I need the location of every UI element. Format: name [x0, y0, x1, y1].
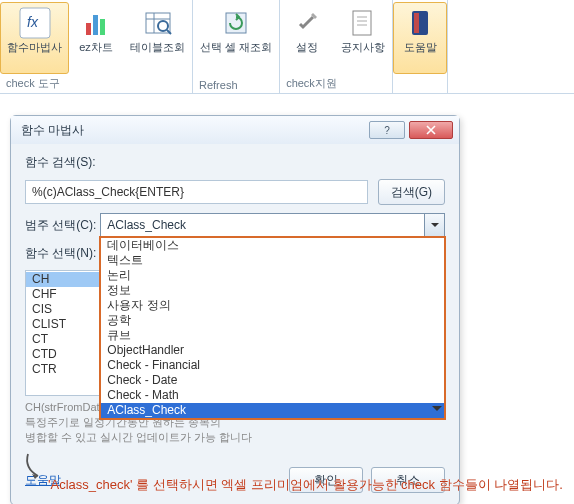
- ribbon-선택셀재조회-button[interactable]: 선택 셀 재조회: [193, 2, 279, 74]
- ribbon-group-label: check 도구: [0, 74, 192, 93]
- function-label: 함수 선택(N):: [25, 245, 96, 262]
- ribbon-group: fx함수마법사ez차트테이블조회check 도구: [0, 0, 193, 93]
- 테이블조회-icon: [142, 7, 174, 39]
- ribbon-group-label: Refresh: [193, 77, 279, 93]
- ribbon-group-label: check지원: [280, 74, 392, 93]
- category-dropdown: 데이터베이스텍스트논리정보사용자 정의공학큐브ObjectHandlerChec…: [99, 236, 446, 420]
- category-option[interactable]: 정보: [101, 283, 444, 298]
- ribbon-button-label: 공지사항: [341, 41, 385, 54]
- search-input[interactable]: [25, 180, 368, 204]
- 함수마법사-icon: fx: [19, 7, 51, 39]
- function-wizard-dialog: 함수 마법사 ? 함수 검색(S): 검색(G) 범주 선택(C): AClas…: [10, 115, 460, 504]
- 설정-icon: [291, 7, 323, 39]
- ribbon-button-label: ez차트: [79, 41, 113, 54]
- category-label: 범주 선택(C):: [25, 217, 96, 234]
- annotation-text: 'Aclass_check' 를 선택하시면 엑셀 프리미엄에서 활용가능한 c…: [48, 476, 563, 494]
- ribbon-button-label: 선택 셀 재조회: [200, 41, 272, 54]
- category-option[interactable]: Check - Date: [101, 373, 444, 388]
- dropdown-scroll-icon: [432, 406, 442, 416]
- svg-text:fx: fx: [27, 14, 39, 30]
- svg-rect-16: [414, 13, 419, 33]
- close-window-button[interactable]: [409, 121, 453, 139]
- titlebar: 함수 마법사 ?: [11, 116, 459, 144]
- close-icon: [426, 125, 436, 135]
- dialog-title: 함수 마법사: [21, 122, 365, 139]
- ribbon-button-label: 함수마법사: [7, 41, 62, 54]
- ribbon-도움말-button[interactable]: 도움말: [393, 2, 447, 74]
- category-option[interactable]: Check - Math: [101, 388, 444, 403]
- category-option[interactable]: 데이터베이스: [101, 238, 444, 253]
- ez차트-icon: [80, 7, 112, 39]
- ribbon: fx함수마법사ez차트테이블조회check 도구선택 셀 재조회Refresh설…: [0, 0, 574, 94]
- category-option[interactable]: Check - Financial: [101, 358, 444, 373]
- ribbon-공지사항-button[interactable]: 공지사항: [334, 2, 392, 74]
- ribbon-함수마법사-button[interactable]: fx함수마법사: [0, 2, 69, 74]
- 도움말-icon: [404, 7, 436, 39]
- category-option[interactable]: 사용자 정의: [101, 298, 444, 313]
- svg-rect-4: [100, 19, 105, 35]
- category-option[interactable]: 큐브: [101, 328, 444, 343]
- category-option[interactable]: 공학: [101, 313, 444, 328]
- 선택셀재조회-icon: [220, 7, 252, 39]
- svg-rect-3: [93, 15, 98, 35]
- dialog-body: 함수 검색(S): 검색(G) 범주 선택(C): AClass_Check 데…: [11, 144, 459, 504]
- category-option[interactable]: AClass_Check: [101, 403, 444, 418]
- category-option[interactable]: ObjectHandler: [101, 343, 444, 358]
- 공지사항-icon: [347, 7, 379, 39]
- search-label: 함수 검색(S):: [25, 154, 96, 171]
- chevron-down-icon[interactable]: [424, 214, 444, 236]
- search-button[interactable]: 검색(G): [378, 179, 445, 205]
- ribbon-group: 선택 셀 재조회Refresh: [193, 0, 280, 93]
- ribbon-group: 도움말: [393, 0, 448, 93]
- ribbon-button-label: 도움말: [404, 41, 437, 54]
- ribbon-설정-button[interactable]: 설정: [280, 2, 334, 74]
- svg-rect-11: [353, 11, 371, 35]
- ribbon-ez차트-button[interactable]: ez차트: [69, 2, 123, 74]
- category-combo[interactable]: AClass_Check 데이터베이스텍스트논리정보사용자 정의공학큐브Obje…: [100, 213, 445, 237]
- category-option[interactable]: 논리: [101, 268, 444, 283]
- ribbon-button-label: 테이블조회: [130, 41, 185, 54]
- ribbon-group-label: [393, 89, 447, 93]
- ribbon-button-label: 설정: [296, 41, 318, 54]
- category-value: AClass_Check: [101, 214, 424, 236]
- annotation-arrow-icon: [20, 452, 50, 482]
- category-option[interactable]: 텍스트: [101, 253, 444, 268]
- svg-rect-2: [86, 23, 91, 35]
- ribbon-group: 설정공지사항check지원: [280, 0, 393, 93]
- ribbon-테이블조회-button[interactable]: 테이블조회: [123, 2, 192, 74]
- help-window-button[interactable]: ?: [369, 121, 405, 139]
